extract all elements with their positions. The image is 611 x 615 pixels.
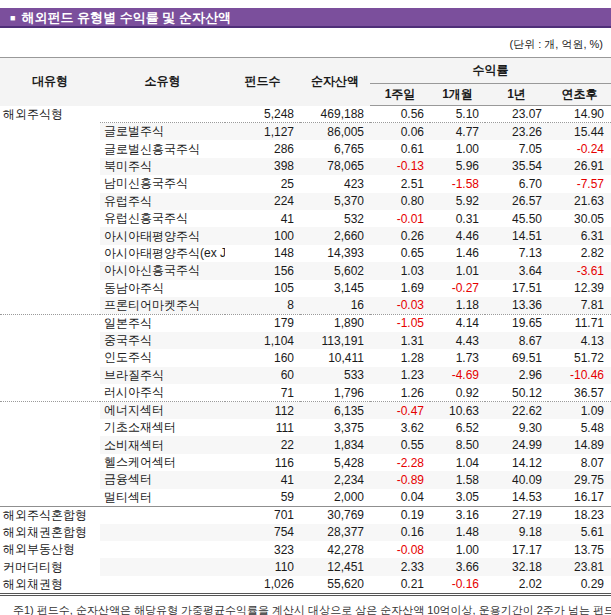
cell-sub: 유럽신흥국주식 [100,210,225,227]
unit-note: (단위 : 개, 억원, %) [0,37,611,52]
cell-group [0,489,100,507]
table-row: 금융섹터412,234-0.891.5840.0929.75 [0,471,611,488]
cell-r1m: 1.48 [430,524,485,541]
cell-r1y: 13.36 [485,297,548,315]
cell-assets: 5,602 [300,262,370,279]
cell-rytd: 8.07 [548,454,611,471]
cell-r1m: -1.58 [430,175,485,192]
cell-r1m: 6.52 [430,419,485,436]
cell-r1y: 7.13 [485,245,548,262]
cell-funds: 148 [225,245,300,262]
cell-funds: 179 [225,314,300,332]
cell-group [0,245,100,262]
cell-funds: 156 [225,262,300,279]
cell-funds: 60 [225,367,300,384]
col-header-returns-group: 수익률 [370,58,611,84]
cell-r1m: 1.00 [430,140,485,157]
cell-r1w: -0.13 [370,158,430,175]
cell-sub: 에너지섹터 [100,402,225,420]
cell-sub: 브라질주식 [100,367,225,384]
table-row: 에너지섹터1126,135-0.4710.6322.621.09 [0,402,611,420]
cell-group [0,332,100,349]
cell-rytd: 23.81 [548,558,611,575]
cell-funds: 116 [225,454,300,471]
cell-r1y: 26.57 [485,193,548,210]
cell-group [0,349,100,366]
table-row: 프론티어마켓주식816-0.031.1813.367.81 [0,297,611,315]
cell-r1w: 0.04 [370,489,430,507]
cell-group [0,210,100,227]
cell-assets: 6,765 [300,140,370,157]
cell-r1y: 17.51 [485,280,548,297]
cell-funds: 41 [225,471,300,488]
cell-sub: 기초소재섹터 [100,419,225,436]
cell-assets: 469,188 [300,106,370,123]
cell-group [0,402,100,420]
cell-sub: 아시아태평양주식(ex J) [100,245,225,262]
cell-assets: 55,620 [300,576,370,595]
cell-assets: 5,370 [300,193,370,210]
cell-r1m: -0.16 [430,576,485,595]
cell-r1y: 24.99 [485,436,548,453]
cell-r1w: 0.56 [370,106,430,123]
cell-rytd: 6.31 [548,227,611,244]
cell-r1m: -0.27 [430,280,485,297]
cell-assets: 3,145 [300,280,370,297]
cell-assets: 113,191 [300,332,370,349]
cell-rytd: -10.46 [548,367,611,384]
cell-rytd: 11.71 [548,314,611,332]
cell-r1m: 0.31 [430,210,485,227]
col-header-1week: 1주일 [370,84,430,106]
cell-r1w: 0.61 [370,140,430,157]
cell-rytd: -3.61 [548,262,611,279]
cell-sub: 소비재섹터 [100,436,225,453]
cell-group [0,471,100,488]
cell-rytd: 5.61 [548,524,611,541]
cell-r1w: 0.65 [370,245,430,262]
cell-assets: 78,065 [300,158,370,175]
cell-rytd: 1.09 [548,402,611,420]
cell-r1w: -0.08 [370,541,430,558]
cell-r1y: 9.18 [485,524,548,541]
cell-r1y: 14.12 [485,454,548,471]
cell-r1y: 35.54 [485,158,548,175]
fund-table: 대유형 소유형 펀드수 순자산액 수익률 1주일1개월1년연초후 해외주식형5,… [0,57,611,596]
cell-r1w: 0.16 [370,524,430,541]
cell-funds: 1,127 [225,123,300,141]
table-row: 유럽주식2245,3700.805.9226.5721.63 [0,193,611,210]
cell-sub [100,524,225,541]
cell-r1y: 45.50 [485,210,548,227]
cell-r1w: -0.47 [370,402,430,420]
cell-funds: 754 [225,524,300,541]
cell-r1y: 2.02 [485,576,548,595]
cell-r1w: 2.51 [370,175,430,192]
page-title: 해외펀드 유형별 수익률 및 순자산액 [21,10,230,25]
cell-sub [100,541,225,558]
cell-rytd: -7.57 [548,175,611,192]
cell-assets: 532 [300,210,370,227]
cell-rytd: 5.48 [548,419,611,436]
cell-sub: 북미주식 [100,158,225,175]
cell-rytd: 36.57 [548,384,611,402]
cell-r1y: 27.19 [485,506,548,524]
cell-sub: 아시아태평양주식 [100,227,225,244]
cell-assets: 42,278 [300,541,370,558]
table-row: 헬스케어섹터1165,428-2.281.0414.128.07 [0,454,611,471]
cell-r1y: 2.96 [485,367,548,384]
col-header-fund-count: 펀드수 [225,58,300,106]
cell-r1y: 23.07 [485,106,548,123]
cell-assets: 2,660 [300,227,370,244]
cell-sub: 아시아신흥국주식 [100,262,225,279]
cell-funds: 398 [225,158,300,175]
footnote: 주1) 펀드수, 순자산액은 해당유형 가중평균수익률을 계산시 대상으로 삼은… [0,603,611,615]
cell-funds: 41 [225,210,300,227]
cell-sub: 글로벌주식 [100,123,225,141]
cell-r1y: 14.53 [485,489,548,507]
cell-r1y: 8.67 [485,332,548,349]
cell-rytd: 30.05 [548,210,611,227]
table-row: 일본주식1791,890-1.054.1419.6511.71 [0,314,611,332]
cell-assets: 6,135 [300,402,370,420]
cell-sub: 남미신흥국주식 [100,175,225,192]
cell-r1m: 1.46 [430,245,485,262]
cell-r1m: 3.16 [430,506,485,524]
